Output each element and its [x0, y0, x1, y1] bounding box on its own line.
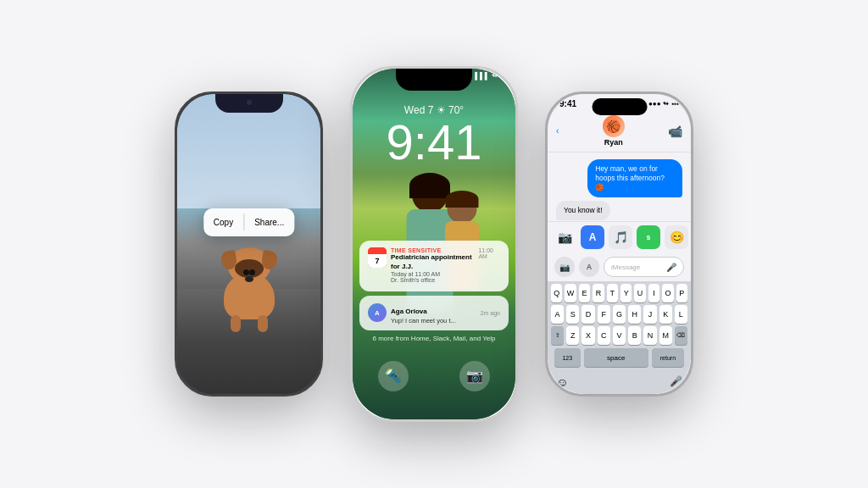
keyboard: Q W E R T Y U I O P A [548, 281, 691, 394]
flashlight-button[interactable]: 🔦 [378, 361, 409, 391]
share-menu-item[interactable]: Share... [244, 213, 294, 232]
key-z[interactable]: Z [566, 326, 579, 345]
notif2-avatar: A [368, 303, 387, 322]
keyboard-accessories: ☺ 🎤 [548, 372, 691, 394]
apps-button[interactable]: A [579, 257, 599, 277]
keyboard-row-3: ⇧ Z X C V B N M ⌫ [548, 324, 691, 345]
video-icon: 📹 [668, 125, 682, 138]
dog-eye-right [249, 269, 255, 275]
key-i[interactable]: I [648, 284, 659, 302]
dog-nose [245, 276, 253, 282]
status-icons: ▌▌▌ ↬ ▪▪ [475, 72, 505, 80]
key-q[interactable]: Q [551, 284, 562, 302]
key-s[interactable]: S [566, 305, 579, 324]
camera-msg-button[interactable]: 📷 [554, 257, 575, 277]
key-d[interactable]: D [581, 305, 594, 324]
right-wifi-icon: ↬ [663, 100, 669, 108]
notification-calendar: 7 TIME SENSITIVE Pediatrician appointmen… [359, 241, 509, 291]
dynamic-island [592, 98, 647, 115]
lockscreen-notifications: 7 TIME SENSITIVE Pediatrician appointmen… [359, 241, 509, 342]
phone-right-screen: 9:41 ●●● ↬ ▪▪▪ ‹ 🏀 Ryan [548, 94, 691, 394]
input-row: 📷 A iMessage 🎤 [548, 252, 691, 281]
message-0-text: Hey man, we on for hoops this afternoon?… [595, 164, 665, 191]
shift-key[interactable]: ⇧ [551, 326, 564, 345]
cash-icon: $ [647, 234, 650, 241]
copy-menu-item[interactable]: Copy [203, 213, 243, 232]
appstore-tray-icon[interactable]: A [581, 225, 604, 249]
key-y[interactable]: Y [620, 284, 632, 302]
camera-left [247, 100, 252, 105]
lockscreen-status-bar: ▌▌▌ ↬ ▪▪ [353, 72, 515, 80]
cash-tray-icon[interactable]: $ [637, 225, 660, 249]
cal-top [368, 247, 387, 254]
key-g[interactable]: G [613, 305, 626, 324]
dog-face-dark [235, 259, 264, 278]
key-b[interactable]: B [628, 326, 641, 345]
key-c[interactable]: C [598, 326, 610, 345]
message-1: You know it! [556, 201, 610, 220]
appstore-icon: A [589, 231, 597, 243]
video-call-button[interactable]: 📹 [668, 125, 682, 138]
message-1-text: You know it! [564, 206, 603, 214]
key-l[interactable]: L [675, 305, 687, 324]
app-tray: 📷 A 🎵 $ 😊 🎭 + [548, 222, 691, 252]
key-u[interactable]: U [634, 284, 645, 302]
key-v[interactable]: V [613, 326, 626, 345]
key-t[interactable]: T [607, 284, 618, 302]
right-status-icons: ●●● ↬ ▪▪▪ [648, 100, 679, 108]
key-e[interactable]: E [579, 284, 590, 302]
keyboard-row-2: A S D F G H J K L [548, 302, 691, 324]
notif-header: 7 TIME SENSITIVE Pediatrician appointmen… [368, 247, 500, 283]
emoji-button[interactable]: ☺ [556, 375, 568, 389]
message-0: Hey man, we on for hoops this afternoon?… [587, 159, 682, 197]
dog-photo: Copy Share... [177, 94, 320, 394]
key-h[interactable]: H [628, 305, 641, 324]
audio-tray-icon[interactable]: 🎵 [609, 225, 632, 249]
notif2-content: A Aga Orlova Yup! I can meet you t... 2m… [368, 302, 500, 324]
delete-key[interactable]: ⌫ [675, 326, 687, 345]
camera-msg-icon: 📷 [559, 263, 570, 272]
child-head [447, 194, 476, 224]
key-m[interactable]: M [659, 326, 672, 345]
return-key[interactable]: return [652, 348, 684, 367]
phone-left: Copy Share... [175, 92, 323, 396]
key-a[interactable]: A [551, 305, 564, 324]
memoji-tray-icon[interactable]: 😊 [665, 225, 688, 249]
apps-icon: A [587, 263, 593, 271]
dog-head [228, 247, 270, 283]
dog-leg-right [258, 315, 268, 332]
notif2-sender: Aga Orlova [391, 308, 427, 315]
key-w[interactable]: W [565, 284, 576, 302]
key-x[interactable]: X [581, 326, 594, 345]
lockscreen-controls: 🔦 📷 [353, 361, 515, 391]
calendar-icon: 7 [368, 247, 387, 268]
photos-tray-icon[interactable]: 📷 [553, 225, 576, 249]
notif2-message: Yup! I can meet you t... [391, 317, 476, 324]
space-key[interactable]: space [584, 348, 648, 367]
key-n[interactable]: N [643, 326, 656, 345]
notif-main-text: Pediatrician appointment for J.J. [391, 253, 478, 271]
notif-location: Dr. Smith's office [391, 277, 478, 283]
key-j[interactable]: J [643, 305, 656, 324]
phone-center-screen: ▌▌▌ ↬ ▪▪ Wed 7 ☀ 70° 9:41 [353, 69, 515, 419]
flashlight-icon: 🔦 [385, 368, 402, 384]
phone-left-screen: Copy Share... [177, 94, 320, 394]
key-r[interactable]: R [593, 284, 604, 302]
messages-header: ‹ 🏀 Ryan 📹 [548, 112, 691, 152]
contact-info: 🏀 Ryan [603, 115, 625, 147]
back-button[interactable]: ‹ [556, 126, 559, 136]
chevron-left-icon: ‹ [556, 126, 559, 136]
imessage-input-field[interactable]: iMessage 🎤 [604, 257, 684, 277]
number-key[interactable]: 123 [554, 348, 581, 367]
camera-button[interactable]: 📷 [459, 361, 490, 391]
notif-type-label: TIME SENSITIVE [391, 247, 478, 253]
key-o[interactable]: O [662, 284, 673, 302]
key-k[interactable]: K [659, 305, 672, 324]
more-notifs-label: 6 more from Home, Slack, Mail, and Yelp [359, 335, 509, 342]
dog-eye-left [243, 269, 249, 275]
key-f[interactable]: F [598, 305, 610, 324]
context-menu[interactable]: Copy Share... [203, 208, 294, 236]
mic-keyboard-button[interactable]: 🎤 [670, 375, 682, 389]
key-p[interactable]: P [676, 284, 687, 302]
phone-center: ▌▌▌ ↬ ▪▪ Wed 7 ☀ 70° 9:41 [350, 66, 518, 422]
